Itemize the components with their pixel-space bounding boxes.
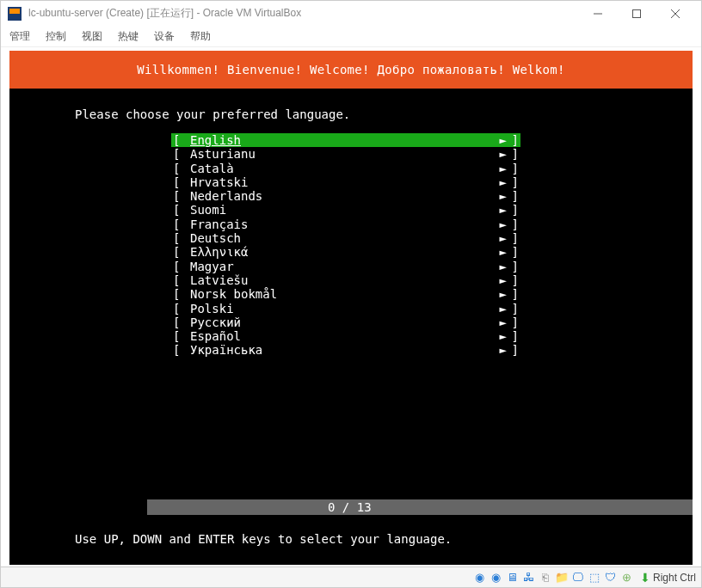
arrow-right-icon: ► <box>481 245 507 259</box>
recording-icon[interactable]: ⬚ <box>588 571 601 585</box>
language-label: Català <box>190 162 481 175</box>
bracket-left: [ <box>171 245 190 259</box>
bracket-right: ] <box>507 203 520 217</box>
bracket-right: ] <box>507 273 520 287</box>
bracket-right: ] <box>507 162 520 175</box>
bracket-right: ] <box>507 315 520 329</box>
welcome-banner: Willkommen! Bienvenue! Welcome! Добро по… <box>9 51 693 89</box>
language-option[interactable]: [ Asturianu► ] <box>171 147 520 161</box>
bracket-left: [ <box>171 175 190 189</box>
hard-disk-icon[interactable]: ◉ <box>473 571 487 585</box>
language-label: Deutsch <box>190 231 481 245</box>
vm-display[interactable]: Willkommen! Bienvenue! Welcome! Добро по… <box>9 51 693 565</box>
window-controls <box>578 2 694 26</box>
arrow-right-icon: ► <box>481 175 507 189</box>
language-option[interactable]: [ English► ] <box>171 133 520 147</box>
arrow-right-icon: ► <box>481 147 507 161</box>
host-key-arrow-icon: ⬇ <box>640 571 650 585</box>
arrow-right-icon: ► <box>481 315 507 329</box>
language-label: Hrvatski <box>190 175 481 189</box>
language-label: Latviešu <box>190 273 481 287</box>
menu-hotkeys[interactable]: 热键 <box>118 29 139 44</box>
language-label: Українська <box>190 343 481 357</box>
bracket-right: ] <box>507 217 520 231</box>
bracket-left: [ <box>171 133 190 147</box>
minimize-button[interactable] <box>578 2 617 26</box>
shared-folder-icon[interactable]: 📁 <box>555 571 569 585</box>
arrow-right-icon: ► <box>481 302 507 315</box>
language-option[interactable]: [ Latviešu► ] <box>171 273 520 287</box>
language-option[interactable]: [ Hrvatski► ] <box>171 175 520 189</box>
display-icon[interactable]: 🖵 <box>571 571 585 585</box>
host-key-label: Right Ctrl <box>653 572 696 584</box>
language-option[interactable]: [ Ελληνικά► ] <box>171 245 520 259</box>
language-list: [ English► ][ Asturianu► ][ Català► ][ H… <box>171 133 520 358</box>
maximize-button[interactable] <box>617 2 656 26</box>
bracket-right: ] <box>507 231 520 245</box>
bracket-left: [ <box>171 287 190 301</box>
menu-bar: 管理 控制 视图 热键 设备 帮助 <box>1 27 701 47</box>
language-option[interactable]: [ Nederlands► ] <box>171 189 520 203</box>
bracket-right: ] <box>507 302 520 315</box>
menu-view[interactable]: 视图 <box>82 29 102 44</box>
bracket-right: ] <box>507 147 520 161</box>
bracket-right: ] <box>507 245 520 259</box>
language-option[interactable]: [ Norsk bokmål► ] <box>171 287 520 301</box>
language-label: Polski <box>190 302 481 315</box>
arrow-right-icon: ► <box>481 162 507 175</box>
language-option[interactable]: [ Українська► ] <box>171 343 520 357</box>
menu-help[interactable]: 帮助 <box>190 29 211 44</box>
language-label: Magyar <box>190 260 481 273</box>
bracket-left: [ <box>171 315 190 329</box>
arrow-right-icon: ► <box>481 343 507 357</box>
optical-disk-icon[interactable]: ◉ <box>490 571 503 585</box>
menu-manage[interactable]: 管理 <box>9 29 30 44</box>
language-option[interactable]: [ Français► ] <box>171 217 520 231</box>
host-key-indicator[interactable]: ⬇ Right Ctrl <box>640 571 696 585</box>
menu-control[interactable]: 控制 <box>46 29 66 44</box>
arrow-right-icon: ► <box>481 273 507 287</box>
language-option[interactable]: [ Русский► ] <box>171 315 520 329</box>
language-option[interactable]: [ Magyar► ] <box>171 260 520 273</box>
bracket-right: ] <box>507 287 520 301</box>
bracket-left: [ <box>171 162 190 175</box>
language-label: Norsk bokmål <box>190 287 481 301</box>
progress-indicator: 0 / 13 <box>147 499 693 515</box>
close-button[interactable] <box>656 2 694 26</box>
window-titlebar: lc-ubuntu-server (Create) [正在运行] - Oracl… <box>1 1 701 27</box>
bracket-left: [ <box>171 147 190 161</box>
mouse-integration-icon[interactable]: ⊕ <box>620 571 634 585</box>
bracket-right: ] <box>507 343 520 357</box>
usb-icon[interactable]: ⎗ <box>539 571 552 585</box>
menu-devices[interactable]: 设备 <box>154 29 175 44</box>
language-option[interactable]: [ Català► ] <box>171 162 520 175</box>
arrow-right-icon: ► <box>481 260 507 273</box>
language-option[interactable]: [ Suomi► ] <box>171 203 520 217</box>
language-label: Nederlands <box>190 189 481 203</box>
bracket-right: ] <box>507 133 520 147</box>
bracket-right: ] <box>507 329 520 343</box>
network-icon[interactable]: 🖧 <box>522 571 536 585</box>
arrow-right-icon: ► <box>481 217 507 231</box>
language-label: Русский <box>190 315 481 329</box>
bracket-left: [ <box>171 273 190 287</box>
language-option[interactable]: [ Deutsch► ] <box>171 231 520 245</box>
help-text: Use UP, DOWN and ENTER keys to select yo… <box>75 532 452 546</box>
status-icon-extra[interactable]: 🛡 <box>604 571 618 585</box>
language-label: English <box>190 133 481 147</box>
language-option[interactable]: [ Español► ] <box>171 329 520 343</box>
status-bar: ◉ ◉ 🖥 🖧 ⎗ 📁 🖵 ⬚ 🛡 ⊕ ⬇ Right Ctrl <box>1 567 701 587</box>
language-option[interactable]: [ Polski► ] <box>171 302 520 315</box>
language-label: Asturianu <box>190 147 481 161</box>
bracket-right: ] <box>507 260 520 273</box>
bracket-left: [ <box>171 329 190 343</box>
bracket-right: ] <box>507 189 520 203</box>
svg-rect-1 <box>632 9 640 17</box>
bracket-left: [ <box>171 343 190 357</box>
arrow-right-icon: ► <box>481 189 507 203</box>
arrow-right-icon: ► <box>481 231 507 245</box>
virtualbox-icon <box>8 7 22 21</box>
arrow-right-icon: ► <box>481 287 507 301</box>
bracket-left: [ <box>171 203 190 217</box>
audio-icon[interactable]: 🖥 <box>506 571 520 585</box>
